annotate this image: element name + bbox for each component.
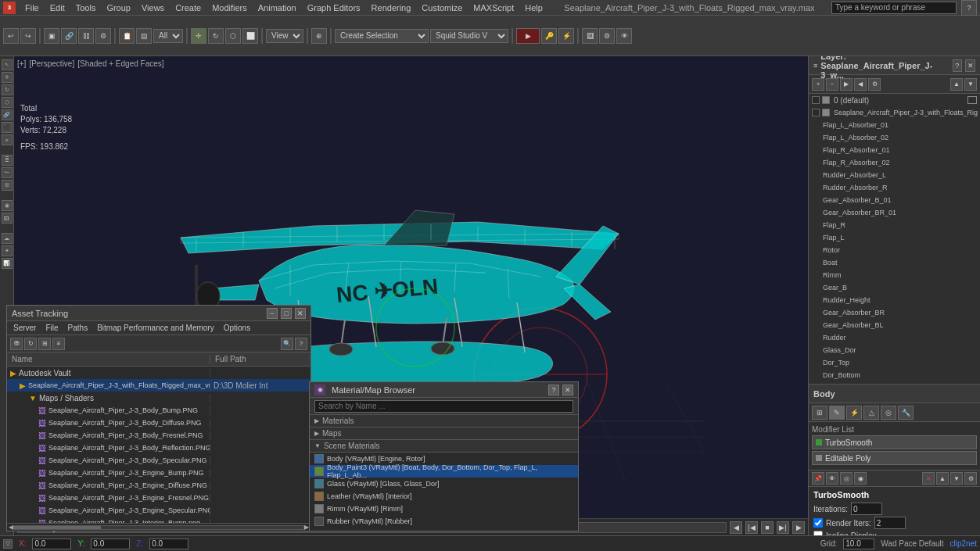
asset-refresh-btn[interactable]: ↻ xyxy=(24,338,37,350)
asset-file-row[interactable]: 🖼Seaplane_Aircraft_Piper_J-3_Body_Diffus… xyxy=(7,417,311,429)
layer-item[interactable]: Rudder_Height xyxy=(809,294,980,306)
asset-file-row[interactable]: 🖼Seaplane_Aircraft_Piper_J-3_Body_Fresne… xyxy=(7,429,311,442)
select-by-name-btn[interactable]: 📋 xyxy=(119,28,135,44)
sidebar-render-icon[interactable]: 🖼 xyxy=(2,213,13,224)
scale-btn[interactable]: ⬡ xyxy=(225,28,241,44)
layer-item[interactable]: Flap_L_Absorber_01 xyxy=(809,119,980,131)
layer-item[interactable]: Rudder_Absorber_L xyxy=(809,169,980,181)
animate-btn[interactable]: ▶ xyxy=(516,28,540,44)
mod-tab-display2[interactable]: ◎ xyxy=(881,406,896,420)
layer-item-default[interactable]: 0 (default) xyxy=(809,94,980,106)
layer-item[interactable]: Gear_Absorber_BR xyxy=(809,306,980,319)
filter-dropdown[interactable]: All xyxy=(153,29,183,43)
asset-scrollbar[interactable]: ◀ ▶ xyxy=(7,523,311,531)
mod-tab-motion[interactable]: △ xyxy=(863,406,879,420)
mat-section-materials[interactable]: ▶ Materials xyxy=(310,415,578,428)
mat-row-rubber[interactable]: Rubber (VRayMtl) [Rubber] xyxy=(310,515,578,528)
layer-item[interactable]: Gear_B xyxy=(809,281,980,294)
play-btn[interactable]: ◀ xyxy=(730,521,742,534)
menu-item-views[interactable]: Views xyxy=(137,2,169,14)
grid-input[interactable] xyxy=(843,538,874,549)
asset-menu-options[interactable]: Options xyxy=(221,324,253,332)
layer-item[interactable]: Rimm xyxy=(809,269,980,281)
plugin-select[interactable]: Squid Studio V xyxy=(430,29,508,43)
mod-tab-hierarchy[interactable]: ⚡ xyxy=(846,406,862,420)
mat-row-rimm[interactable]: Rimm (VRayMtl) [Rimm] xyxy=(310,503,578,515)
sidebar-rotate-icon[interactable]: ↻ xyxy=(2,84,13,95)
mod-pin-btn[interactable]: 📌 xyxy=(812,472,824,485)
link-btn[interactable]: 🔗 xyxy=(61,28,77,44)
layer-item[interactable]: Gear_Absorber_B_01 xyxy=(809,194,980,206)
sidebar-material-icon[interactable]: ◉ xyxy=(2,200,13,211)
redo-btn[interactable]: ↪ xyxy=(20,28,36,44)
asset-menu-server[interactable]: Server xyxy=(10,324,39,332)
asset-search-btn[interactable]: 🔍 xyxy=(281,338,293,350)
mat-row-leather[interactable]: Leather (VRayMtl) [Interior] xyxy=(310,490,578,503)
select-obj-btn[interactable]: ▣ xyxy=(44,28,59,44)
asset-help-btn[interactable]: ? xyxy=(295,338,307,350)
menu-item-tools[interactable]: Tools xyxy=(71,2,101,14)
viewport-view[interactable]: [Perspective] xyxy=(29,59,74,68)
asset-file-row[interactable]: 🖼Seaplane_Aircraft_Piper_J-3_Body_Reflec… xyxy=(7,442,311,454)
mod-tab-modify[interactable]: ✎ xyxy=(829,406,845,420)
ts-render-check[interactable] xyxy=(813,518,823,528)
asset-file-row[interactable]: 🖼Seaplane_Aircraft_Piper_J-3_Interior_Bu… xyxy=(7,517,311,523)
menu-item-graph-editors[interactable]: Graph Editors xyxy=(303,2,365,14)
squash-btn[interactable]: ⬜ xyxy=(242,28,258,44)
menu-item-maxscript[interactable]: MAXScript xyxy=(468,2,519,14)
mod-tab-utilities[interactable]: 🔧 xyxy=(898,406,914,420)
snap-select[interactable]: Create Selection xyxy=(335,29,429,43)
menu-item-edit[interactable]: Edit xyxy=(45,2,70,14)
mat-section-maps[interactable]: ▶ Maps xyxy=(310,428,578,440)
scrollbar-thumb[interactable] xyxy=(14,526,101,529)
mat-close-btn[interactable]: ✕ xyxy=(562,385,573,395)
asset-maximize-btn[interactable]: □ xyxy=(281,308,292,319)
mod-show-btn[interactable]: 👁 xyxy=(826,472,838,485)
ts-iterations-input[interactable] xyxy=(851,503,882,515)
sidebar-align-icon[interactable]: ≡ xyxy=(2,134,13,145)
asset-file-row[interactable]: 🖼Seaplane_Aircraft_Piper_J-3_Body_Specul… xyxy=(7,454,311,467)
mat-help-btn[interactable]: ? xyxy=(548,385,559,395)
layers-close-btn[interactable]: ✕ xyxy=(965,59,975,72)
mod-config-btn[interactable]: ⚙ xyxy=(964,472,977,485)
render-view-btn[interactable]: 👁 xyxy=(616,28,632,44)
render-setup-btn[interactable]: ⚙ xyxy=(599,28,615,44)
sidebar-link-icon[interactable]: 🔗 xyxy=(2,109,13,120)
menu-item-group[interactable]: Group xyxy=(102,2,135,14)
layer-item-seaplane[interactable]: Seaplane_Aircraft_Piper_J-3_with_Floats_… xyxy=(809,106,980,119)
viewport-plus[interactable]: [+] xyxy=(17,59,26,68)
asset-menu-paths[interactable]: Paths xyxy=(65,324,92,332)
asset-file-row[interactable]: 🖼Seaplane_Aircraft_Piper_J-3_Engine_Bump… xyxy=(7,467,311,479)
mod-tab-display[interactable]: ⊞ xyxy=(812,406,827,420)
layers-help-btn[interactable]: ? xyxy=(953,59,963,72)
sidebar-schematic-icon[interactable]: ⊞ xyxy=(2,180,13,191)
bind-btn[interactable]: ⚙ xyxy=(95,28,111,44)
mod-move-up-btn[interactable]: ▲ xyxy=(936,472,949,485)
layers-scroll-up[interactable]: ▲ xyxy=(950,78,963,91)
layer-item[interactable]: Dor_Bottom xyxy=(809,369,980,381)
mat-row-glass[interactable]: Glass (VRayMtl) [Glass, Glass_Dor] xyxy=(310,478,578,490)
undo-btn[interactable]: ↩ xyxy=(3,28,19,44)
layer-item[interactable]: Flap_L_Absorber_02 xyxy=(809,131,980,144)
sidebar-mirror-icon[interactable]: ⬛ xyxy=(2,122,13,133)
asset-menu-bitmap[interactable]: Bitmap Performance and Memory xyxy=(94,324,217,332)
mod-show-end-btn[interactable]: ◉ xyxy=(854,472,867,485)
move-btn[interactable]: ✛ xyxy=(191,28,206,44)
mod-move-down-btn[interactable]: ▼ xyxy=(950,472,963,485)
mat-section-scene[interactable]: ▼ Scene Materials xyxy=(310,440,578,453)
asset-minimize-btn[interactable]: − xyxy=(267,308,278,319)
layer-item[interactable]: Glass_Dor xyxy=(809,344,980,356)
asset-icons-btn[interactable]: ⊞ xyxy=(38,338,51,350)
new-layer-btn[interactable]: + xyxy=(812,78,824,91)
search-box[interactable]: Type a keyword or phrase xyxy=(831,2,957,14)
play-fwd-btn[interactable]: ▶ xyxy=(792,521,805,534)
scrollbar-track[interactable] xyxy=(13,525,304,530)
layers-list[interactable]: 0 (default) Seaplane_Aircraft_Piper_J-3_… xyxy=(809,94,980,385)
pivot-btn[interactable]: ⊕ xyxy=(311,28,327,44)
menu-item-rendering[interactable]: Rendering xyxy=(367,2,416,14)
modifier-item-turbosmooth[interactable]: TurboSmooth xyxy=(812,435,977,449)
menu-item-animation[interactable]: Animation xyxy=(253,2,301,14)
layer-item[interactable]: Flap_R xyxy=(809,219,980,231)
layer-item[interactable]: Rotor xyxy=(809,244,980,256)
layer-item[interactable]: Flap_R_Absorber_02 xyxy=(809,156,980,169)
